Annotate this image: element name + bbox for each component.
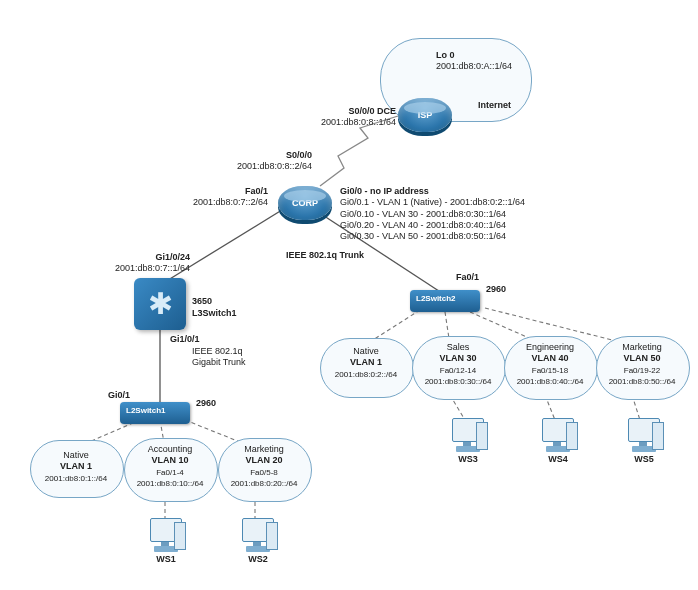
vlan20-addr: 2001:db8:0:20::/64 xyxy=(231,479,298,488)
vlan50-vlan: VLAN 50 xyxy=(623,353,660,363)
l2switch1-name: L2Switch1 xyxy=(126,406,166,415)
isp-router: ISP xyxy=(398,98,452,132)
vlan40-text: Engineering VLAN 40 Fa0/15-18 2001:db8:0… xyxy=(504,342,596,387)
ws2: WS2 xyxy=(236,518,280,562)
vlan30-text: Sales VLAN 30 Fa0/12-14 2001:db8:0:30::/… xyxy=(412,342,504,387)
vlan1-left-vlan: VLAN 1 xyxy=(60,461,92,471)
corp-gi00-sub4: Gi0/0.30 - VLAN 50 - 2001:db8:0:50::1/64 xyxy=(340,231,506,241)
vlan10-addr: 2001:db8:0:10::/64 xyxy=(137,479,204,488)
vlan1-left-title: Native xyxy=(63,450,89,460)
l2switch2: L2Switch2 xyxy=(410,290,480,312)
corp-fa01-addr: 2001:db8:0:7::2/64 xyxy=(193,197,268,207)
corp-s000-addr: 2001:db8:0:8::2/64 xyxy=(237,161,312,171)
link-lines xyxy=(0,0,698,590)
vlan50-text: Marketing VLAN 50 Fa0/19-22 2001:db8:0:5… xyxy=(596,342,688,387)
vlan50-addr: 2001:db8:0:50::/64 xyxy=(609,377,676,386)
corp-fa01-iface: Fa0/1 xyxy=(245,186,268,196)
vlan40-addr: 2001:db8:0:40::/64 xyxy=(517,377,584,386)
vlan30-title: Sales xyxy=(447,342,470,352)
l2switch1: L2Switch1 xyxy=(120,402,190,424)
ws1: WS1 xyxy=(144,518,188,562)
vlan1-left-text: Native VLAN 1 2001:db8:0:1::/64 xyxy=(30,450,122,484)
ws5-label: WS5 xyxy=(622,454,666,464)
ws4-label: WS4 xyxy=(536,454,580,464)
internet-label: Internet xyxy=(478,100,511,111)
vlan30-vlan: VLAN 30 xyxy=(439,353,476,363)
l3switch1-name: L3Switch1 xyxy=(192,308,237,319)
corp-gi00-sub2: Gi0/0.10 - VLAN 30 - 2001:db8:0:30::1/64 xyxy=(340,209,506,219)
vlan40-ports: Fa0/15-18 xyxy=(532,366,568,375)
l3-gi1024-addr: 2001:db8:0:7::1/64 xyxy=(115,263,190,273)
l2switch1-model: 2960 xyxy=(196,398,216,409)
ws1-label: WS1 xyxy=(144,554,188,564)
vlan1-right-vlan: VLAN 1 xyxy=(350,357,382,367)
vlan10-vlan: VLAN 10 xyxy=(151,455,188,465)
isp-s000-iface: S0/0/0 DCE xyxy=(348,106,396,116)
corp-fa01-label: Fa0/1 2001:db8:0:7::2/64 xyxy=(168,186,268,209)
l2sw1-gi01-label: Gi0/1 xyxy=(108,390,130,401)
corp-gi00-block: Gi0/0 - no IP address Gi0/0.1 - VLAN 1 (… xyxy=(340,186,525,242)
vlan50-ports: Fa0/19-22 xyxy=(624,366,660,375)
ws5: WS5 xyxy=(622,418,666,462)
corp-s000-label: S0/0/0 2001:db8:0:8::2/64 xyxy=(212,150,312,173)
vlan1-left-addr: 2001:db8:0:1::/64 xyxy=(45,474,107,483)
ws4: WS4 xyxy=(536,418,580,462)
vlan30-ports: Fa0/12-14 xyxy=(440,366,476,375)
l3-gi101-note2: Gigabit Trunk xyxy=(192,357,246,367)
l2sw2-fa01-label: Fa0/1 xyxy=(456,272,479,283)
network-topology-diagram: { "devices": { "isp": { "label": "ISP" }… xyxy=(0,0,698,590)
l2switch2-name: L2Switch2 xyxy=(416,294,456,303)
vlan10-ports: Fa0/1-4 xyxy=(156,468,184,477)
corp-router-label: CORP xyxy=(278,198,332,208)
l3switch1 xyxy=(134,278,186,330)
vlan10-text: Accounting VLAN 10 Fa0/1-4 2001:db8:0:10… xyxy=(124,444,216,489)
isp-s000-addr: 2001:db8:0:8::1/64 xyxy=(321,117,396,127)
l2switch2-model: 2960 xyxy=(486,284,506,295)
vlan1-right-addr: 2001:db8:0:2::/64 xyxy=(335,370,397,379)
ws2-label: WS2 xyxy=(236,554,280,564)
vlan20-ports: Fa0/5-8 xyxy=(250,468,278,477)
vlan20-title: Marketing xyxy=(244,444,284,454)
lo0-label: Lo 0 2001:db8:0:A::1/64 xyxy=(436,50,512,73)
lo0-addr: 2001:db8:0:A::1/64 xyxy=(436,61,512,71)
l3-gi101-note: IEEE 802.1q Gigabit Trunk xyxy=(192,346,246,369)
l3-gi1024-label: Gi1/0/24 2001:db8:0:7::1/64 xyxy=(80,252,190,275)
vlan1-right-text: Native VLAN 1 2001:db8:0:2::/64 xyxy=(320,346,412,380)
l3-gi101-label: Gi1/0/1 xyxy=(170,334,200,345)
l3-gi101-iface: Gi1/0/1 xyxy=(170,334,200,344)
vlan20-text: Marketing VLAN 20 Fa0/5-8 2001:db8:0:20:… xyxy=(218,444,310,489)
l3-gi101-note1: IEEE 802.1q xyxy=(192,346,243,356)
ws3: WS3 xyxy=(446,418,490,462)
isp-router-label: ISP xyxy=(398,110,452,120)
vlan30-addr: 2001:db8:0:30::/64 xyxy=(425,377,492,386)
corp-router: CORP xyxy=(278,186,332,220)
trunk-right-label: IEEE 802.1q Trunk xyxy=(286,250,364,261)
corp-gi00-header: Gi0/0 - no IP address xyxy=(340,186,429,196)
vlan10-title: Accounting xyxy=(148,444,193,454)
lo0-iface: Lo 0 xyxy=(436,50,455,60)
vlan20-vlan: VLAN 20 xyxy=(245,455,282,465)
vlan50-title: Marketing xyxy=(622,342,662,352)
vlan40-vlan: VLAN 40 xyxy=(531,353,568,363)
vlan1-right-title: Native xyxy=(353,346,379,356)
corp-s000-iface: S0/0/0 xyxy=(286,150,312,160)
l3-gi1024-iface: Gi1/0/24 xyxy=(155,252,190,262)
vlan40-title: Engineering xyxy=(526,342,574,352)
corp-gi00-sub1: Gi0/0.1 - VLAN 1 (Native) - 2001:db8:0:2… xyxy=(340,197,525,207)
ws3-label: WS3 xyxy=(446,454,490,464)
corp-gi00-sub3: Gi0/0.20 - VLAN 40 - 2001:db8:0:40::1/64 xyxy=(340,220,506,230)
l3switch1-model: 3650 xyxy=(192,296,212,307)
isp-s000-label: S0/0/0 DCE 2001:db8:0:8::1/64 xyxy=(276,106,396,129)
